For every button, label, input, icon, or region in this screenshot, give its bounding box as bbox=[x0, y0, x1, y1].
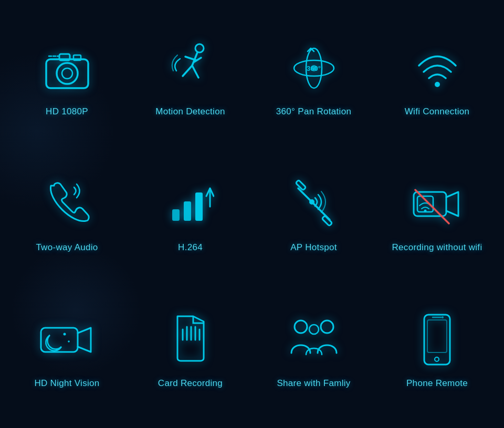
svg-rect-20 bbox=[184, 201, 191, 221]
svg-line-12 bbox=[183, 66, 192, 76]
feature-two-way-audio: Two-way Audio bbox=[5, 146, 129, 282]
camera-icon bbox=[38, 39, 96, 97]
feature-ap-hotspot: AP Hotspot bbox=[252, 146, 375, 282]
card-recording-label: Card Recording bbox=[158, 378, 223, 389]
svg-line-13 bbox=[192, 66, 198, 78]
smartphone-icon bbox=[408, 311, 466, 369]
hd-1080p-label: HD 1080P bbox=[46, 106, 88, 117]
svg-point-32 bbox=[63, 333, 66, 335]
feature-hd-1080p: HD 1080P bbox=[5, 10, 129, 146]
svg-rect-45 bbox=[427, 320, 447, 352]
svg-point-8 bbox=[195, 44, 204, 52]
night-cam-icon bbox=[38, 311, 96, 369]
wifi-label: Wifi Connection bbox=[405, 106, 470, 117]
svg-point-2 bbox=[62, 68, 72, 79]
feature-phone-remote: Phone Remote bbox=[375, 282, 499, 418]
svg-point-33 bbox=[68, 340, 70, 343]
family-icon bbox=[285, 311, 343, 369]
svg-point-40 bbox=[321, 320, 333, 333]
svg-point-48 bbox=[442, 316, 444, 318]
two-way-audio-label: Two-way Audio bbox=[36, 242, 98, 253]
svg-rect-19 bbox=[172, 209, 180, 221]
svg-point-18 bbox=[435, 82, 440, 87]
h264-label: H.264 bbox=[178, 242, 203, 253]
360-pan-label: 360° Pan Rotation bbox=[276, 106, 351, 117]
svg-rect-25 bbox=[322, 216, 332, 226]
night-vision-label: HD Night Vision bbox=[34, 378, 99, 389]
wifi-icon bbox=[408, 39, 466, 97]
ap-hotspot-label: AP Hotspot bbox=[290, 242, 337, 253]
feature-motion-detection: Motion Detection bbox=[129, 10, 252, 146]
svg-point-1 bbox=[57, 63, 78, 84]
motion-detection-label: Motion Detection bbox=[155, 106, 225, 117]
svg-point-26 bbox=[309, 199, 314, 205]
feature-wifi: Wifi Connection bbox=[375, 10, 499, 146]
hotspot-icon bbox=[285, 175, 343, 233]
svg-rect-21 bbox=[195, 192, 203, 221]
recording-no-wifi-label: Recording without wifi bbox=[392, 242, 482, 253]
feature-h264: H.264 bbox=[129, 146, 252, 282]
phone-audio-icon bbox=[38, 175, 96, 233]
svg-point-46 bbox=[435, 357, 439, 361]
feature-share-family: Share with Famliy bbox=[252, 282, 375, 418]
feature-360-pan: 360° 360° Pan Rotation bbox=[252, 10, 375, 146]
features-grid: HD 1080P Motion Detection bbox=[0, 0, 504, 428]
motion-icon bbox=[162, 39, 219, 97]
svg-text:360°: 360° bbox=[307, 65, 321, 72]
svg-point-39 bbox=[295, 320, 307, 333]
phone-remote-label: Phone Remote bbox=[406, 378, 468, 389]
rotation-icon: 360° bbox=[285, 39, 343, 97]
feature-night-vision: HD Night Vision bbox=[5, 282, 129, 418]
svg-point-29 bbox=[424, 209, 426, 212]
share-family-label: Share with Famliy bbox=[277, 378, 350, 389]
svg-point-41 bbox=[309, 325, 319, 334]
feature-recording-no-wifi: Recording without wifi bbox=[375, 146, 499, 282]
feature-card-recording: Card Recording bbox=[129, 282, 252, 418]
svg-rect-24 bbox=[296, 180, 306, 190]
rec-no-wifi-icon bbox=[408, 175, 466, 233]
svg-line-30 bbox=[415, 190, 449, 223]
signal-icon bbox=[162, 175, 219, 233]
sd-card-icon bbox=[162, 311, 219, 369]
